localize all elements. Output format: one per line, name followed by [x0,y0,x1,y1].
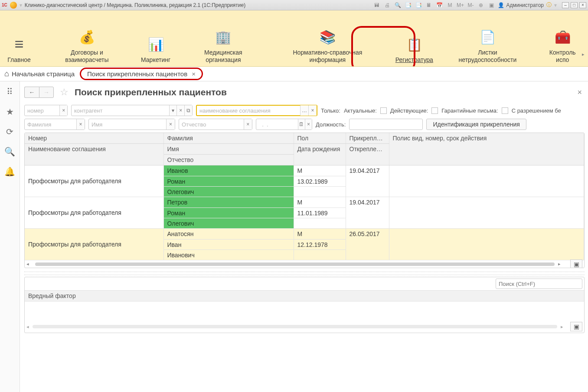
ident-attachment-button[interactable]: Идентификация прикрепления [426,119,526,130]
compare-icon[interactable]: 📑 [404,1,412,9]
nav-back-button[interactable]: ← [24,87,39,98]
scroll-left-icon[interactable]: ◂ [26,261,32,267]
round-ball-icon[interactable] [10,2,17,9]
filter-patronymic-input[interactable] [179,119,244,130]
page-close-button[interactable]: × [577,88,585,97]
tool2-icon[interactable]: 📑 [415,1,422,9]
filter-position-field[interactable] [349,119,423,130]
th-patronymic[interactable]: Отчество [163,155,294,165]
filter-name-input[interactable] [89,119,166,130]
collapse-up-button[interactable]: ▣ [570,322,582,331]
mem-mplus-button[interactable]: M+ [456,1,464,9]
mem-mminus-button[interactable]: M- [467,1,474,9]
th-agreement[interactable]: Наименование соглашения [25,144,163,165]
tab-close-button[interactable]: × [192,70,196,78]
patients-table: Номер Фамилия Пол Прикреплен ... Полис в… [24,133,585,268]
menu-item-medorg[interactable]: 🏢 Медицинская организация [188,26,258,64]
history-icon[interactable]: ⟳ [6,126,13,137]
calc-icon[interactable]: 🖩 [425,1,433,9]
filter-name-field[interactable]: × [88,119,175,130]
apps-icon[interactable]: ⠿ [7,87,13,97]
cell-sex-dob: М13.02.1989 [294,165,346,197]
clear-icon[interactable]: × [59,105,67,116]
favorite-star-icon[interactable]: ☆ [60,87,69,98]
filter-contragent-field[interactable]: ▾ × ⧉ [71,105,193,116]
choose-icon[interactable]: … [300,105,308,116]
window-close-button[interactable]: × [579,2,586,8]
scrollbar-thumb[interactable] [33,325,557,328]
table-row[interactable]: Профосмотры для работодателяАнатосянИван… [25,229,584,260]
bottom-search-input[interactable] [496,281,582,287]
favorites-icon[interactable]: ★ [6,107,14,117]
menu-label: Главное [7,56,31,64]
clear-icon[interactable]: × [76,119,85,130]
scrollbar-thumb[interactable] [35,262,555,266]
th-sex[interactable]: Пол [294,133,346,144]
menu-item-marketing[interactable]: 📊 Маркетинг [142,34,170,64]
user-area[interactable]: 👤 Администратор [498,2,544,8]
save-icon[interactable]: 🖬 [373,1,381,9]
th-attached[interactable]: Прикреплен ... [346,133,389,144]
page-header: ← → ☆ Поиск прикрепленных пациентов × [24,85,585,105]
filter-patronymic-field[interactable]: × [179,119,252,130]
th-number[interactable]: Номер [25,133,163,144]
calendar-icon[interactable]: 🗓 [298,119,305,130]
menu-item-sicklists[interactable]: 📄 Листки нетрудоспособности [450,26,525,64]
table-row[interactable]: Профосмотры для работодателяПетровРоманО… [25,197,584,229]
clear-icon[interactable]: × [166,119,175,130]
app-logo-icon: 1C [2,3,7,7]
info-icon[interactable]: ⓘ [546,1,552,9]
clear-icon[interactable]: × [308,105,317,116]
print-icon[interactable]: 🖨 [383,1,391,9]
filter-agreement-field[interactable]: … × [196,105,317,116]
collapse-up-button[interactable]: ▣ [570,259,582,269]
th-dob[interactable]: Дата рождения [294,144,346,165]
filter-agreement-input[interactable] [197,106,300,115]
table-row[interactable]: Профосмотры для работодателяИвановРоманО… [25,165,584,197]
warranty-checkbox[interactable] [502,107,508,114]
cell-fio: ПетровРоманОлегович [163,197,294,229]
filter-position-input[interactable] [350,119,422,130]
th-policy[interactable]: Полис вид, номер, срок действия [389,133,584,165]
filter-surname-input[interactable] [25,119,76,130]
th-surname[interactable]: Фамилия [163,133,294,144]
menu-more-button[interactable] [582,50,587,55]
filter-number-input[interactable] [25,105,59,116]
menu-item-main[interactable]: ≡ Главное [6,34,32,64]
filter-contragent-input[interactable] [72,105,169,116]
open-icon[interactable]: ⧉ [184,105,192,116]
actual-checkbox[interactable] [380,107,387,114]
tab-current[interactable]: Поиск прикрепленных пациентов × [80,68,203,80]
panels-icon[interactable]: ▣ [487,1,495,9]
clear-icon[interactable]: × [244,119,252,130]
mem-m-button[interactable]: M [446,1,454,9]
preview-icon[interactable]: 🔍 [394,1,402,9]
bottom-search-field[interactable] [496,279,582,289]
active-checkbox[interactable] [431,107,438,114]
zoom-icon[interactable]: ⊕ [477,1,485,9]
filter-date-field[interactable]: 🗓 × [256,119,312,130]
table-hscroll[interactable]: ◂ ▸ ▣ [25,260,584,268]
scroll-right-icon[interactable]: ▸ [561,324,563,330]
notifications-icon[interactable]: 🔔 [4,166,15,177]
position-label: Должность: [316,121,346,128]
tab-home[interactable]: ⌂ Начальная страница [4,69,75,78]
nav-forward-button[interactable]: → [39,87,54,98]
th-detached[interactable]: Откреплен от [346,144,389,165]
clear-icon[interactable]: × [305,119,312,130]
menu-item-control[interactable]: 🧰 Контроль испо [543,26,582,64]
dropdown-icon[interactable]: ▾ [169,105,177,116]
menu-item-contracts[interactable]: 💰 Договоры и взаиморасчеты [50,26,124,64]
clear-icon[interactable]: × [176,105,184,116]
filter-number-field[interactable]: × [24,105,68,116]
search-icon[interactable]: 🔍 [4,146,15,157]
scroll-right-icon[interactable]: ▸ [558,261,563,267]
calendar-icon[interactable]: 📅 [435,1,443,9]
window-minimize-button[interactable]: – [562,2,569,8]
filter-date-input[interactable] [256,119,298,130]
window-maximize-button[interactable]: □ [571,2,578,8]
splitter[interactable] [24,272,585,275]
th-name[interactable]: Имя [163,144,294,155]
filter-surname-field[interactable]: × [24,119,85,130]
scroll-left-icon[interactable]: ◂ [26,324,29,330]
